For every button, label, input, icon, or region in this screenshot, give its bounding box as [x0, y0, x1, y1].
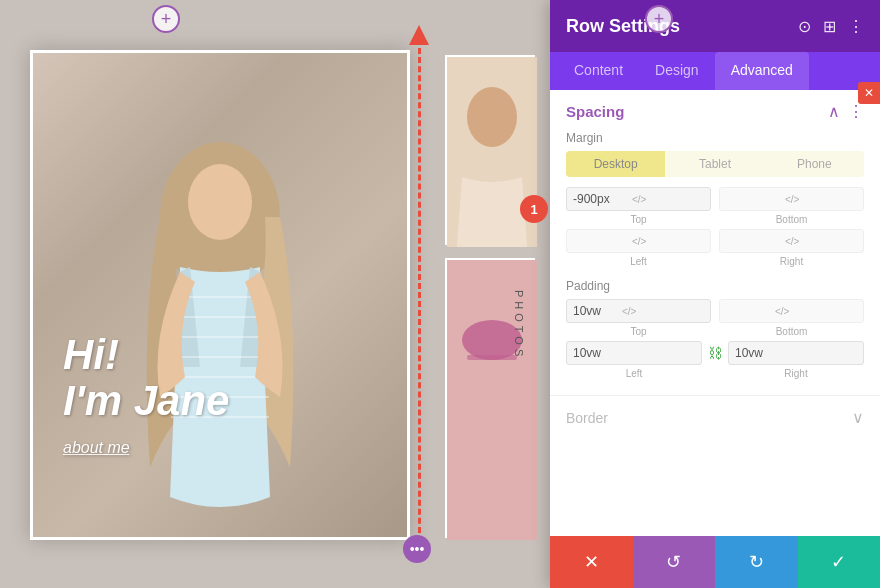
margin-left-right-row: </> Left </> Right: [566, 229, 864, 267]
margin-top-input-wrapper: </>: [566, 187, 711, 211]
border-chevron-icon[interactable]: ∨: [852, 408, 864, 427]
section-options-icon[interactable]: ⋮: [848, 102, 864, 121]
add-row-button-top-center[interactable]: +: [645, 5, 673, 33]
margin-left-label: Left: [630, 256, 647, 267]
margin-top-unit-icon[interactable]: </>: [632, 194, 646, 205]
padding-left-label: Left: [626, 368, 643, 379]
border-header: Border ∨: [566, 408, 864, 427]
padding-label: Padding: [566, 279, 864, 293]
svg-rect-13: [467, 355, 517, 360]
panel-body: Spacing ∧ ⋮ Margin Desktop Tablet Phone: [550, 90, 880, 536]
section-header-spacing: Spacing ∧ ⋮: [566, 102, 864, 121]
padding-bottom-input[interactable]: [726, 304, 771, 318]
padding-right-label: Right: [784, 368, 807, 379]
padding-link-icon[interactable]: ⛓: [708, 341, 722, 361]
padding-left-input[interactable]: [573, 346, 613, 360]
panel-header: Row Settings ⊙ ⊞ ⋮: [550, 0, 880, 52]
more-icon[interactable]: ⋮: [848, 17, 864, 36]
card-text: Hi!I'm Jane about me: [63, 332, 229, 457]
margin-bottom-label: Bottom: [776, 214, 808, 225]
panel-close-button[interactable]: ✕: [858, 82, 880, 104]
padding-top-input[interactable]: [573, 304, 618, 318]
margin-label: Margin: [566, 131, 864, 145]
spacing-section: Spacing ∧ ⋮ Margin Desktop Tablet Phone: [550, 90, 880, 396]
margin-left-input[interactable]: [573, 234, 628, 248]
greeting-text: Hi!I'm Jane: [63, 332, 229, 424]
error-badge: 1: [520, 195, 548, 223]
padding-top-label: Top: [630, 326, 646, 337]
margin-left-unit-icon[interactable]: </>: [632, 236, 646, 247]
spacing-title: Spacing: [566, 103, 624, 120]
padding-right-input-wrapper: [728, 341, 864, 365]
padding-left-right-row: Left ⛓ Right: [566, 341, 864, 379]
reset-button[interactable]: ↺: [633, 536, 716, 588]
margin-bottom-input-wrapper: </>: [719, 187, 864, 211]
padding-bottom-input-wrapper: </>: [719, 299, 864, 323]
margin-left-input-wrapper: </>: [566, 229, 711, 253]
resize-handle-bottom[interactable]: •••: [403, 535, 431, 563]
svg-point-10: [467, 87, 517, 147]
padding-top-group: </> Top: [566, 299, 711, 337]
copy-icon[interactable]: ⊞: [823, 17, 836, 36]
content-card: Hi!I'm Jane about me: [30, 50, 410, 540]
device-tab-phone[interactable]: Phone: [765, 151, 864, 177]
margin-top-label: Top: [630, 214, 646, 225]
margin-right-label: Right: [780, 256, 803, 267]
border-section: Border ∨: [550, 396, 880, 439]
border-title: Border: [566, 410, 608, 426]
resize-line: [418, 30, 421, 560]
about-link[interactable]: about me: [63, 439, 229, 457]
margin-right-input-wrapper: </>: [719, 229, 864, 253]
device-tabs: Desktop Tablet Phone: [566, 151, 864, 177]
tab-design[interactable]: Design: [639, 52, 715, 90]
secondary-image-bottom: PHOTOS: [445, 258, 535, 538]
margin-bottom-group: </> Bottom: [719, 187, 864, 225]
margin-right-input[interactable]: [726, 234, 781, 248]
save-icon: ✓: [831, 551, 846, 573]
cancel-button[interactable]: ✕: [550, 536, 633, 588]
padding-bottom-label: Bottom: [776, 326, 808, 337]
reset-icon: ↺: [666, 551, 681, 573]
margin-right-group: </> Right: [719, 229, 864, 267]
save-button[interactable]: ✓: [798, 536, 881, 588]
padding-top-unit-icon[interactable]: </>: [622, 306, 636, 317]
action-bar: ✕ ↺ ↻ ✓: [550, 536, 880, 588]
panel-header-icons: ⊙ ⊞ ⋮: [798, 17, 864, 36]
padding-left-input-wrapper: [566, 341, 702, 365]
padding-top-input-wrapper: </>: [566, 299, 711, 323]
redo-icon: ↻: [749, 551, 764, 573]
margin-bottom-unit-icon[interactable]: </>: [785, 194, 799, 205]
padding-left-group: Left: [566, 341, 702, 379]
settings-panel: Row Settings ⊙ ⊞ ⋮ Content Design Advanc…: [550, 0, 880, 588]
tab-content[interactable]: Content: [558, 52, 639, 90]
target-icon[interactable]: ⊙: [798, 17, 811, 36]
margin-bottom-input[interactable]: [726, 192, 781, 206]
device-tab-tablet[interactable]: Tablet: [665, 151, 764, 177]
collapse-icon[interactable]: ∧: [828, 102, 840, 121]
redo-button[interactable]: ↻: [715, 536, 798, 588]
add-row-button-top[interactable]: +: [152, 5, 180, 33]
margin-top-input[interactable]: [573, 192, 628, 206]
padding-right-input[interactable]: [735, 346, 775, 360]
padding-top-bottom-row: </> Top </> Bottom: [566, 299, 864, 337]
arrow-up: [409, 25, 429, 45]
cancel-icon: ✕: [584, 551, 599, 573]
margin-top-bottom-row: </> Top </> Bottom: [566, 187, 864, 225]
tab-advanced[interactable]: Advanced: [715, 52, 809, 90]
svg-point-1: [188, 164, 252, 240]
margin-right-unit-icon[interactable]: </>: [785, 236, 799, 247]
card-image: Hi!I'm Jane about me: [33, 53, 407, 537]
margin-top-group: </> Top: [566, 187, 711, 225]
panel-tabs: Content Design Advanced: [550, 52, 880, 90]
padding-bottom-group: </> Bottom: [719, 299, 864, 337]
margin-left-group: </> Left: [566, 229, 711, 267]
section-controls: ∧ ⋮: [828, 102, 864, 121]
padding-right-group: Right: [728, 341, 864, 379]
padding-bottom-unit-icon[interactable]: </>: [775, 306, 789, 317]
device-tab-desktop[interactable]: Desktop: [566, 151, 665, 177]
